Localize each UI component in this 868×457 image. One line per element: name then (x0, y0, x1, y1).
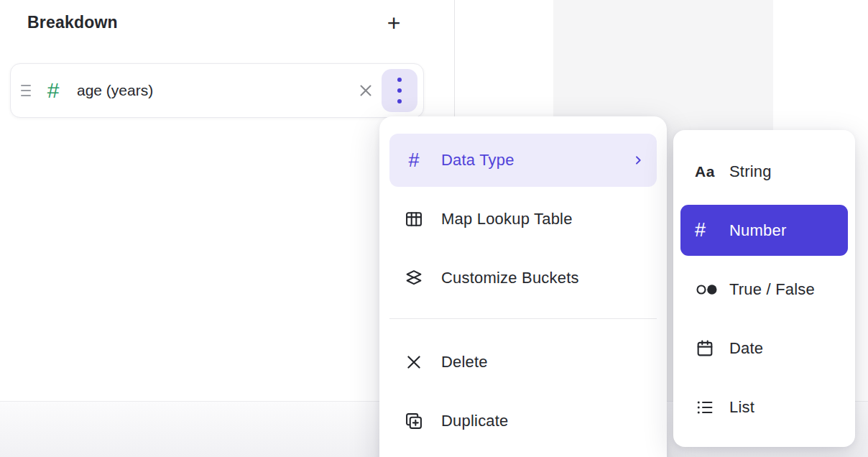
menu-item-customize-buckets[interactable]: Customize Buckets (389, 251, 657, 305)
field-context-menu: # Data Type Map Lookup Table Customize B… (379, 116, 667, 457)
drag-handle-icon[interactable] (17, 85, 35, 96)
menu-item-label: Map Lookup Table (441, 210, 573, 228)
menu-item-delete[interactable]: Delete (389, 336, 657, 389)
hash-icon: # (695, 219, 721, 241)
true-false-icon (695, 280, 721, 299)
menu-item-duplicate[interactable]: Duplicate (389, 394, 657, 448)
number-type-icon: # (41, 78, 65, 103)
submenu-item-true-false[interactable]: True / False (680, 264, 848, 315)
delete-x-icon (404, 353, 424, 371)
submenu-item-label: True / False (729, 280, 815, 299)
list-icon (695, 397, 721, 417)
field-name-label: age (years) (77, 82, 153, 99)
menu-item-label: Delete (441, 353, 488, 371)
data-type-submenu: Aa String # Number True / False Date Lis… (673, 130, 855, 447)
close-icon (356, 81, 375, 100)
menu-item-label: Customize Buckets (441, 269, 579, 287)
page-title: Breakdown (27, 13, 118, 32)
calendar-icon (695, 338, 721, 359)
menu-item-data-type[interactable]: # Data Type (389, 134, 657, 187)
string-aa-icon: Aa (695, 163, 721, 180)
submenu-item-label: Date (729, 339, 763, 358)
submenu-item-label: String (729, 162, 772, 181)
kebab-menu-icon (397, 78, 402, 103)
menu-item-map-lookup-table[interactable]: Map Lookup Table (389, 193, 657, 246)
remove-field-button[interactable] (351, 76, 380, 105)
submenu-item-label: Number (729, 221, 786, 240)
chevron-right-icon (632, 154, 644, 166)
menu-divider (389, 318, 657, 319)
duplicate-icon (404, 411, 424, 431)
table-icon (404, 209, 424, 229)
menu-item-label: Duplicate (441, 412, 509, 430)
submenu-item-date[interactable]: Date (680, 323, 848, 374)
submenu-item-string[interactable]: Aa String (680, 146, 848, 197)
submenu-item-label: List (729, 398, 754, 417)
breakdown-field-chip[interactable]: # age (years) (10, 63, 424, 118)
plus-icon: + (387, 10, 401, 36)
field-menu-button[interactable] (382, 69, 417, 112)
breakdown-header: Breakdown + (0, 0, 454, 46)
hash-icon: # (404, 149, 424, 172)
submenu-item-list[interactable]: List (680, 382, 848, 433)
screen: Breakdown + # age (years) # Data Type (0, 0, 868, 457)
submenu-item-number[interactable]: # Number (680, 205, 848, 256)
stack-icon (404, 268, 424, 288)
menu-item-label: Data Type (441, 151, 514, 170)
add-breakdown-button[interactable]: + (379, 7, 409, 39)
